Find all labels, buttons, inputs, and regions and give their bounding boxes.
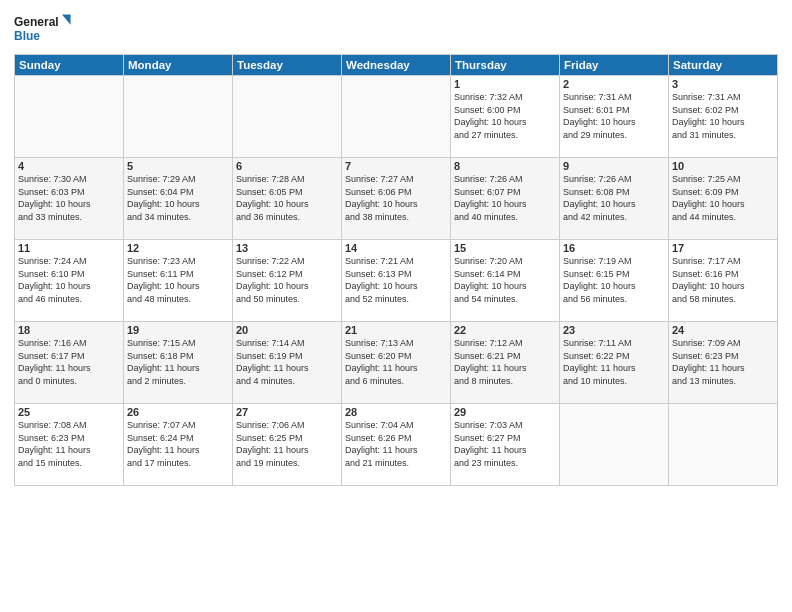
calendar-cell: 25Sunrise: 7:08 AM Sunset: 6:23 PM Dayli… [15, 404, 124, 486]
calendar-cell: 12Sunrise: 7:23 AM Sunset: 6:11 PM Dayli… [124, 240, 233, 322]
day-number: 18 [18, 324, 120, 336]
calendar-cell: 28Sunrise: 7:04 AM Sunset: 6:26 PM Dayli… [342, 404, 451, 486]
day-info: Sunrise: 7:31 AM Sunset: 6:01 PM Dayligh… [563, 91, 665, 141]
calendar-cell [233, 76, 342, 158]
day-number: 1 [454, 78, 556, 90]
day-info: Sunrise: 7:13 AM Sunset: 6:20 PM Dayligh… [345, 337, 447, 387]
week-row-1: 1Sunrise: 7:32 AM Sunset: 6:00 PM Daylig… [15, 76, 778, 158]
day-info: Sunrise: 7:31 AM Sunset: 6:02 PM Dayligh… [672, 91, 774, 141]
day-number: 15 [454, 242, 556, 254]
calendar-cell: 21Sunrise: 7:13 AM Sunset: 6:20 PM Dayli… [342, 322, 451, 404]
calendar-cell: 13Sunrise: 7:22 AM Sunset: 6:12 PM Dayli… [233, 240, 342, 322]
day-number: 14 [345, 242, 447, 254]
calendar-cell: 1Sunrise: 7:32 AM Sunset: 6:00 PM Daylig… [451, 76, 560, 158]
weekday-header-thursday: Thursday [451, 55, 560, 76]
day-number: 5 [127, 160, 229, 172]
calendar-cell [124, 76, 233, 158]
logo-svg: General Blue [14, 10, 74, 48]
day-number: 25 [18, 406, 120, 418]
day-number: 29 [454, 406, 556, 418]
day-info: Sunrise: 7:03 AM Sunset: 6:27 PM Dayligh… [454, 419, 556, 469]
calendar-cell: 26Sunrise: 7:07 AM Sunset: 6:24 PM Dayli… [124, 404, 233, 486]
day-number: 24 [672, 324, 774, 336]
day-number: 11 [18, 242, 120, 254]
day-number: 13 [236, 242, 338, 254]
weekday-header-tuesday: Tuesday [233, 55, 342, 76]
day-info: Sunrise: 7:14 AM Sunset: 6:19 PM Dayligh… [236, 337, 338, 387]
day-number: 20 [236, 324, 338, 336]
day-info: Sunrise: 7:32 AM Sunset: 6:00 PM Dayligh… [454, 91, 556, 141]
day-number: 9 [563, 160, 665, 172]
calendar-cell: 7Sunrise: 7:27 AM Sunset: 6:06 PM Daylig… [342, 158, 451, 240]
day-info: Sunrise: 7:04 AM Sunset: 6:26 PM Dayligh… [345, 419, 447, 469]
day-number: 10 [672, 160, 774, 172]
day-info: Sunrise: 7:23 AM Sunset: 6:11 PM Dayligh… [127, 255, 229, 305]
day-number: 4 [18, 160, 120, 172]
day-number: 8 [454, 160, 556, 172]
day-number: 28 [345, 406, 447, 418]
day-info: Sunrise: 7:29 AM Sunset: 6:04 PM Dayligh… [127, 173, 229, 223]
svg-text:General: General [14, 15, 59, 29]
calendar-cell [669, 404, 778, 486]
day-number: 12 [127, 242, 229, 254]
week-row-4: 18Sunrise: 7:16 AM Sunset: 6:17 PM Dayli… [15, 322, 778, 404]
calendar-cell: 18Sunrise: 7:16 AM Sunset: 6:17 PM Dayli… [15, 322, 124, 404]
weekday-header-row: SundayMondayTuesdayWednesdayThursdayFrid… [15, 55, 778, 76]
calendar-table: SundayMondayTuesdayWednesdayThursdayFrid… [14, 54, 778, 486]
calendar-cell: 19Sunrise: 7:15 AM Sunset: 6:18 PM Dayli… [124, 322, 233, 404]
day-info: Sunrise: 7:09 AM Sunset: 6:23 PM Dayligh… [672, 337, 774, 387]
day-info: Sunrise: 7:12 AM Sunset: 6:21 PM Dayligh… [454, 337, 556, 387]
weekday-header-saturday: Saturday [669, 55, 778, 76]
day-info: Sunrise: 7:19 AM Sunset: 6:15 PM Dayligh… [563, 255, 665, 305]
calendar-cell: 9Sunrise: 7:26 AM Sunset: 6:08 PM Daylig… [560, 158, 669, 240]
day-number: 19 [127, 324, 229, 336]
weekday-header-friday: Friday [560, 55, 669, 76]
day-number: 22 [454, 324, 556, 336]
weekday-header-monday: Monday [124, 55, 233, 76]
calendar-cell: 14Sunrise: 7:21 AM Sunset: 6:13 PM Dayli… [342, 240, 451, 322]
calendar-cell [15, 76, 124, 158]
calendar-cell: 22Sunrise: 7:12 AM Sunset: 6:21 PM Dayli… [451, 322, 560, 404]
calendar-cell: 8Sunrise: 7:26 AM Sunset: 6:07 PM Daylig… [451, 158, 560, 240]
day-info: Sunrise: 7:27 AM Sunset: 6:06 PM Dayligh… [345, 173, 447, 223]
calendar-cell: 20Sunrise: 7:14 AM Sunset: 6:19 PM Dayli… [233, 322, 342, 404]
day-info: Sunrise: 7:26 AM Sunset: 6:08 PM Dayligh… [563, 173, 665, 223]
day-number: 17 [672, 242, 774, 254]
day-number: 2 [563, 78, 665, 90]
day-info: Sunrise: 7:16 AM Sunset: 6:17 PM Dayligh… [18, 337, 120, 387]
day-info: Sunrise: 7:25 AM Sunset: 6:09 PM Dayligh… [672, 173, 774, 223]
calendar-cell: 24Sunrise: 7:09 AM Sunset: 6:23 PM Dayli… [669, 322, 778, 404]
calendar-cell: 29Sunrise: 7:03 AM Sunset: 6:27 PM Dayli… [451, 404, 560, 486]
header-area: General Blue [14, 10, 778, 48]
day-info: Sunrise: 7:11 AM Sunset: 6:22 PM Dayligh… [563, 337, 665, 387]
calendar-cell: 10Sunrise: 7:25 AM Sunset: 6:09 PM Dayli… [669, 158, 778, 240]
day-number: 26 [127, 406, 229, 418]
day-number: 7 [345, 160, 447, 172]
logo: General Blue [14, 10, 74, 48]
week-row-3: 11Sunrise: 7:24 AM Sunset: 6:10 PM Dayli… [15, 240, 778, 322]
day-info: Sunrise: 7:26 AM Sunset: 6:07 PM Dayligh… [454, 173, 556, 223]
weekday-header-sunday: Sunday [15, 55, 124, 76]
day-number: 27 [236, 406, 338, 418]
day-info: Sunrise: 7:21 AM Sunset: 6:13 PM Dayligh… [345, 255, 447, 305]
page: General Blue SundayMondayTuesdayWednesda… [0, 0, 792, 612]
day-info: Sunrise: 7:17 AM Sunset: 6:16 PM Dayligh… [672, 255, 774, 305]
day-number: 21 [345, 324, 447, 336]
weekday-header-wednesday: Wednesday [342, 55, 451, 76]
day-info: Sunrise: 7:24 AM Sunset: 6:10 PM Dayligh… [18, 255, 120, 305]
calendar-cell [342, 76, 451, 158]
calendar-cell [560, 404, 669, 486]
calendar-cell: 11Sunrise: 7:24 AM Sunset: 6:10 PM Dayli… [15, 240, 124, 322]
calendar-cell: 3Sunrise: 7:31 AM Sunset: 6:02 PM Daylig… [669, 76, 778, 158]
calendar-cell: 23Sunrise: 7:11 AM Sunset: 6:22 PM Dayli… [560, 322, 669, 404]
day-info: Sunrise: 7:06 AM Sunset: 6:25 PM Dayligh… [236, 419, 338, 469]
svg-text:Blue: Blue [14, 29, 40, 43]
calendar-cell: 6Sunrise: 7:28 AM Sunset: 6:05 PM Daylig… [233, 158, 342, 240]
day-info: Sunrise: 7:22 AM Sunset: 6:12 PM Dayligh… [236, 255, 338, 305]
day-number: 23 [563, 324, 665, 336]
calendar-cell: 2Sunrise: 7:31 AM Sunset: 6:01 PM Daylig… [560, 76, 669, 158]
svg-marker-2 [62, 14, 71, 24]
calendar-cell: 27Sunrise: 7:06 AM Sunset: 6:25 PM Dayli… [233, 404, 342, 486]
day-number: 6 [236, 160, 338, 172]
day-info: Sunrise: 7:15 AM Sunset: 6:18 PM Dayligh… [127, 337, 229, 387]
